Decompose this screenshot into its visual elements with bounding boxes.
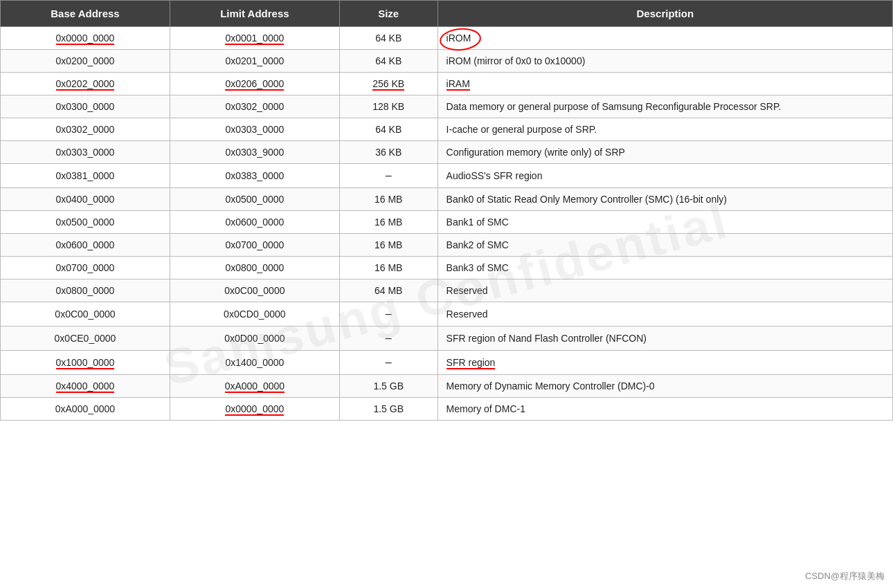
table-row: 0x0200_00000x0201_000064 KBiROM (mirror … (1, 50, 893, 73)
cell-description: iROM (438, 27, 892, 50)
table-row: 0x0300_00000x0302_0000128 KBData memory … (1, 95, 893, 118)
cell-size: – (339, 327, 438, 351)
cell-description: Bank2 of SMC (438, 234, 892, 257)
table-row: 0x0C00_00000x0CD0_0000–Reserved (1, 302, 893, 327)
cell-size: – (339, 351, 438, 375)
cell-size: 36 KB (339, 141, 438, 164)
cell-base-address: 0x0500_0000 (1, 211, 170, 234)
cell-description: Reserved (438, 279, 892, 302)
cell-limit-address: 0x0CD0_0000 (170, 302, 339, 327)
header-limit-address: Limit Address (170, 1, 339, 27)
cell-size: 1.5 GB (339, 398, 438, 421)
cell-size: 64 KB (339, 50, 438, 73)
cell-base-address: 0x4000_0000 (1, 375, 170, 398)
table-row: 0x4000_00000xA000_00001.5 GBMemory of Dy… (1, 375, 893, 398)
cell-size: 64 KB (339, 118, 438, 141)
csdn-watermark: CSDN@程序猿美梅 (805, 570, 885, 582)
cell-size: 16 MB (339, 234, 438, 257)
table-row: 0x0000_00000x0001_000064 KBiROM (1, 27, 893, 50)
cell-description: iRAM (438, 73, 892, 95)
cell-size: 1.5 GB (339, 375, 438, 398)
base-address-underlined: 0x4000_0000 (56, 380, 115, 392)
cell-size: 64 KB (339, 27, 438, 50)
cell-limit-address: 0x0383_0000 (170, 164, 339, 188)
cell-limit-address: 0x1400_0000 (170, 351, 339, 375)
cell-size: 16 MB (339, 257, 438, 279)
table-row: 0x0202_00000x0206_0000256 KBiRAM (1, 73, 893, 95)
cell-base-address: 0x0C00_0000 (1, 302, 170, 327)
cell-limit-address: 0x0001_0000 (170, 27, 339, 50)
cell-base-address: 0x0CE0_0000 (1, 327, 170, 351)
cell-description: iROM (mirror of 0x0 to 0x10000) (438, 50, 892, 73)
header-base-address: Base Address (1, 1, 170, 27)
cell-description: Configuration memory (write only) of SRP (438, 141, 892, 164)
cell-size: 16 MB (339, 188, 438, 211)
cell-limit-address: 0x0303_9000 (170, 141, 339, 164)
cell-base-address: 0x0000_0000 (1, 27, 170, 50)
table-header-row: Base Address Limit Address Size Descript… (1, 1, 893, 27)
size-underlined: 256 KB (372, 78, 404, 89)
table-row: 0x0302_00000x0303_000064 KBI-cache or ge… (1, 118, 893, 141)
table-row: 0x0800_00000x0C00_000064 MBReserved (1, 279, 893, 302)
table-row: 0x0381_00000x0383_0000–AudioSS's SFR reg… (1, 164, 893, 188)
limit-address-underlined: 0x0001_0000 (225, 33, 284, 44)
cell-limit-address: 0x0302_0000 (170, 95, 339, 118)
cell-limit-address: 0x0206_0000 (170, 73, 339, 95)
cell-description: SFR region of Nand Flash Controller (NFC… (438, 327, 892, 351)
cell-base-address: 0x0202_0000 (1, 73, 170, 95)
cell-limit-address: 0x0800_0000 (170, 257, 339, 279)
cell-limit-address: 0x0500_0000 (170, 188, 339, 211)
cell-limit-address: 0x0303_0000 (170, 118, 339, 141)
cell-size: – (339, 164, 438, 188)
limit-address-underlined: 0x0000_0000 (225, 403, 284, 414)
memory-map-table: Base Address Limit Address Size Descript… (0, 0, 893, 421)
cell-limit-address: 0xA000_0000 (170, 375, 339, 398)
cell-description: SFR region (438, 351, 892, 375)
irom-circle-annotation: iROM (447, 33, 471, 44)
cell-description: Bank3 of SMC (438, 257, 892, 279)
cell-description: Reserved (438, 302, 892, 327)
table-row: 0x0600_00000x0700_000016 MBBank2 of SMC (1, 234, 893, 257)
cell-base-address: 0x0200_0000 (1, 50, 170, 73)
limit-address-underlined: 0xA000_0000 (225, 380, 285, 392)
table-row: 0x0400_00000x0500_000016 MBBank0 of Stat… (1, 188, 893, 211)
cell-size: – (339, 302, 438, 327)
table-row: 0x0500_00000x0600_000016 MBBank1 of SMC (1, 211, 893, 234)
cell-description: Bank1 of SMC (438, 211, 892, 234)
page-wrapper: Samsung Confidential Base Address Limit … (0, 0, 893, 588)
table-row: 0x0700_00000x0800_000016 MBBank3 of SMC (1, 257, 893, 279)
cell-base-address: 0x1000_0000 (1, 351, 170, 375)
cell-limit-address: 0x0000_0000 (170, 398, 339, 421)
desc-underlined: iRAM (447, 78, 470, 89)
cell-base-address: 0x0800_0000 (1, 279, 170, 302)
cell-description: Bank0 of Static Read Only Memory Control… (438, 188, 892, 211)
base-address-underlined: 0x0202_0000 (56, 78, 115, 89)
cell-limit-address: 0x0201_0000 (170, 50, 339, 73)
cell-base-address: 0x0600_0000 (1, 234, 170, 257)
header-description: Description (438, 1, 892, 27)
limit-address-underlined: 0x0206_0000 (225, 78, 284, 89)
table-row: 0x0303_00000x0303_900036 KBConfiguration… (1, 141, 893, 164)
desc-underlined: SFR region (447, 357, 496, 368)
cell-description: I-cache or general purpose of SRP. (438, 118, 892, 141)
cell-description: Memory of Dynamic Memory Controller (DMC… (438, 375, 892, 398)
cell-description: Data memory or general purpose of Samsun… (438, 95, 892, 118)
cell-base-address: 0x0302_0000 (1, 118, 170, 141)
header-size: Size (339, 1, 438, 27)
cell-base-address: 0x0400_0000 (1, 188, 170, 211)
cell-size: 16 MB (339, 211, 438, 234)
cell-size: 128 KB (339, 95, 438, 118)
table-row: 0x1000_00000x1400_0000–SFR region (1, 351, 893, 375)
cell-limit-address: 0x0C00_0000 (170, 279, 339, 302)
cell-limit-address: 0x0700_0000 (170, 234, 339, 257)
cell-size: 256 KB (339, 73, 438, 95)
cell-limit-address: 0x0D00_0000 (170, 327, 339, 351)
cell-description: AudioSS's SFR region (438, 164, 892, 188)
table-row: 0x0CE0_00000x0D00_0000–SFR region of Nan… (1, 327, 893, 351)
base-address-underlined: 0x0000_0000 (56, 33, 115, 44)
cell-base-address: 0x0303_0000 (1, 141, 170, 164)
cell-base-address: 0x0381_0000 (1, 164, 170, 188)
base-address-underlined: 0x1000_0000 (56, 357, 115, 368)
table-row: 0xA000_00000x0000_00001.5 GBMemory of DM… (1, 398, 893, 421)
cell-size: 64 MB (339, 279, 438, 302)
